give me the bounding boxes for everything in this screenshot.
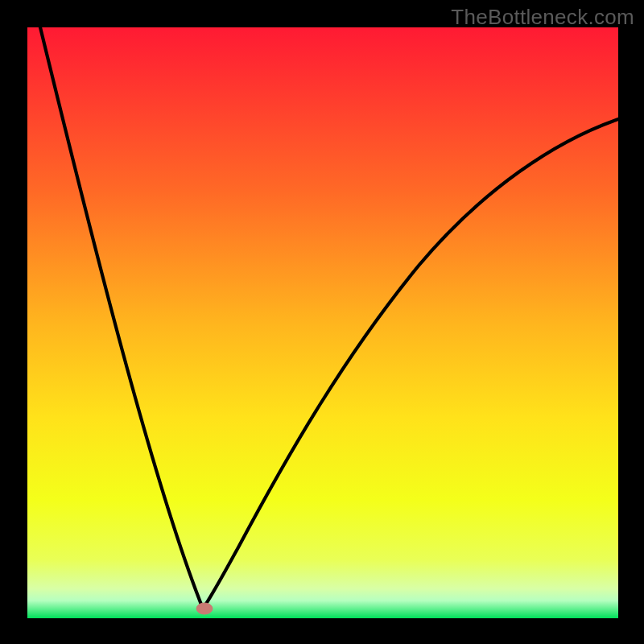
watermark-text: TheBottleneck.com <box>451 5 634 30</box>
optimum-marker <box>196 603 213 614</box>
chart-frame: TheBottleneck.com <box>0 0 644 644</box>
bottleneck-chart <box>0 0 644 644</box>
